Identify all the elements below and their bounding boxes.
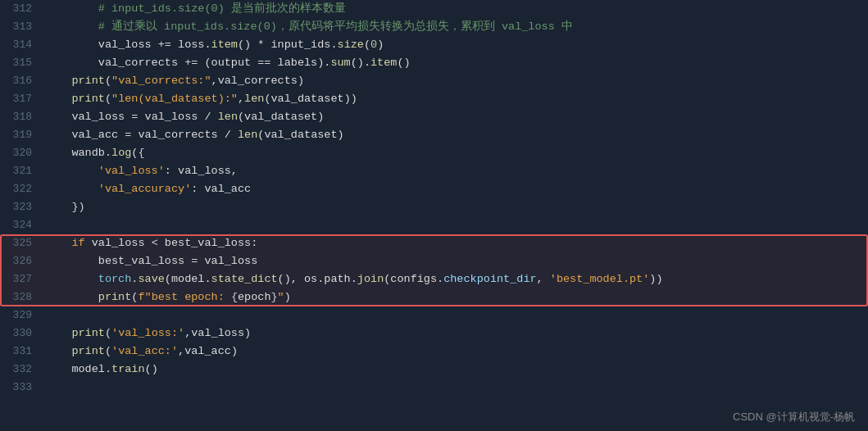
- line-num-323: 323: [0, 198, 45, 216]
- line-num-325: 325: [0, 234, 45, 252]
- line-content-333: [45, 379, 868, 397]
- code-line-324: 324: [0, 216, 868, 234]
- line-num-312: 312: [0, 0, 45, 18]
- line-num-317: 317: [0, 90, 45, 108]
- line-num-324: 324: [0, 216, 45, 234]
- code-line-327: 327 torch.save(model.state_dict(), os.pa…: [0, 270, 868, 288]
- line-content-321: 'val_loss': val_loss,: [45, 162, 868, 180]
- line-num-321: 321: [0, 162, 45, 180]
- line-num-322: 322: [0, 180, 45, 198]
- line-num-328: 328: [0, 288, 45, 306]
- line-content-317: print("len(val_dataset):",len(val_datase…: [45, 90, 868, 108]
- line-content-325: if val_loss < best_val_loss:: [45, 234, 868, 252]
- line-num-327: 327: [0, 270, 45, 288]
- code-line-326: 326 best_val_loss = val_loss: [0, 252, 868, 270]
- watermark: CSDN @计算机视觉-杨帆: [733, 410, 855, 424]
- code-line-321: 321 'val_loss': val_loss,: [0, 162, 868, 180]
- line-content-315: val_corrects += (output == labels).sum()…: [45, 54, 868, 72]
- code-line-317: 317 print("len(val_dataset):",len(val_da…: [0, 90, 868, 108]
- line-num-320: 320: [0, 144, 45, 162]
- line-num-313: 313: [0, 18, 45, 36]
- line-num-318: 318: [0, 108, 45, 126]
- line-content-320: wandb.log({: [45, 144, 868, 162]
- line-content-329: [45, 306, 868, 324]
- code-line-319: 319 val_acc = val_corrects / len(val_dat…: [0, 126, 868, 144]
- code-line-318: 318 val_loss = val_loss / len(val_datase…: [0, 108, 868, 126]
- code-line-333: 333: [0, 379, 868, 397]
- code-line-315: 315 val_corrects += (output == labels).s…: [0, 54, 868, 72]
- line-content-327: torch.save(model.state_dict(), os.path.j…: [45, 270, 868, 288]
- code-line-331: 331 print('val_acc:',val_acc): [0, 343, 868, 361]
- line-content-316: print("val_corrects:",val_corrects): [45, 72, 868, 90]
- line-num-316: 316: [0, 72, 45, 90]
- line-content-326: best_val_loss = val_loss: [45, 252, 868, 270]
- highlight-block-wrapper: 325 if val_loss < best_val_loss: 326 bes…: [0, 234, 868, 306]
- line-num-332: 332: [0, 361, 45, 379]
- code-line-316: 316 print("val_corrects:",val_corrects): [0, 72, 868, 90]
- code-line-332: 332 model.train(): [0, 361, 868, 379]
- code-line-313: 313 # 通过乘以 input_ids.size(0)，原代码将平均损失转换为…: [0, 18, 868, 36]
- line-content-319: val_acc = val_corrects / len(val_dataset…: [45, 126, 868, 144]
- code-editor: 312 # input_ids.size(0) 是当前批次的样本数量 313 #…: [0, 0, 868, 431]
- code-line-329: 329: [0, 306, 868, 324]
- code-line-323: 323 }): [0, 198, 868, 216]
- code-line-322: 322 'val_accuracy': val_acc: [0, 180, 868, 198]
- line-content-328: print(f"best epoch: {epoch}"): [45, 288, 868, 306]
- code-line-314: 314 val_loss += loss.item() * input_ids.…: [0, 36, 868, 54]
- line-num-315: 315: [0, 54, 45, 72]
- line-content-324: [45, 216, 868, 234]
- code-line-320: 320 wandb.log({: [0, 144, 868, 162]
- code-line-328: 328 print(f"best epoch: {epoch}"): [0, 288, 868, 306]
- line-num-326: 326: [0, 252, 45, 270]
- line-content-331: print('val_acc:',val_acc): [45, 343, 868, 361]
- code-line-312: 312 # input_ids.size(0) 是当前批次的样本数量: [0, 0, 868, 18]
- line-content-312: # input_ids.size(0) 是当前批次的样本数量: [45, 0, 868, 18]
- code-line-325: 325 if val_loss < best_val_loss:: [0, 234, 868, 252]
- line-num-331: 331: [0, 343, 45, 361]
- line-content-323: }): [45, 198, 868, 216]
- line-num-333: 333: [0, 379, 45, 397]
- line-content-318: val_loss = val_loss / len(val_dataset): [45, 108, 868, 126]
- line-content-330: print('val_loss:',val_loss): [45, 324, 868, 343]
- line-num-319: 319: [0, 126, 45, 144]
- line-num-329: 329: [0, 306, 45, 324]
- line-num-330: 330: [0, 324, 45, 343]
- line-content-332: model.train(): [45, 361, 868, 379]
- line-content-322: 'val_accuracy': val_acc: [45, 180, 868, 198]
- line-content-313: # 通过乘以 input_ids.size(0)，原代码将平均损失转换为总损失，…: [45, 18, 868, 36]
- line-content-314: val_loss += loss.item() * input_ids.size…: [45, 36, 868, 54]
- code-line-330: 330 print('val_loss:',val_loss): [0, 324, 868, 343]
- line-num-314: 314: [0, 36, 45, 54]
